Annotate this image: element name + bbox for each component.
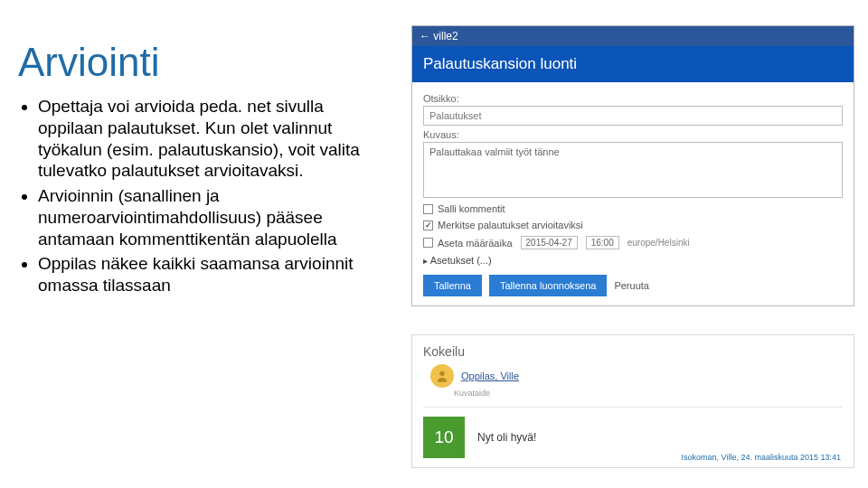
save-draft-button[interactable]: Tallenna luonnoksena <box>489 275 607 296</box>
student-name-link[interactable]: Oppilas, Ville <box>461 371 519 381</box>
cancel-link[interactable]: Peruuta <box>614 280 649 291</box>
desc-label: Kuvaus: <box>423 129 843 140</box>
form-panel: ← ville2 Palautuskansion luonti Otsikko:… <box>411 25 854 306</box>
checkbox-comments[interactable] <box>423 204 433 214</box>
user-icon <box>435 369 449 383</box>
save-button[interactable]: Tallenna <box>423 275 482 296</box>
title-label: Otsikko: <box>423 93 843 104</box>
title-input[interactable] <box>423 106 843 126</box>
checkbox-deadline-label: Aseta määräaika <box>438 238 513 249</box>
back-link[interactable]: ← ville2 <box>412 26 854 46</box>
checkbox-mark-label: Merkitse palautukset arvioitaviksi <box>438 220 583 230</box>
feedback-title: Kokeilu <box>423 344 843 359</box>
deadline-time-input[interactable]: 16:00 <box>586 236 619 249</box>
form-header: Palautuskansion luonti <box>412 46 854 82</box>
slide-title: Arviointi <box>18 40 160 85</box>
feedback-panel: Kokeilu Oppilas, Ville Kuvataide 10 Nyt … <box>411 334 854 468</box>
avatar <box>430 364 454 388</box>
desc-textarea[interactable] <box>423 142 843 198</box>
bullet-item: Oppilas näkee kaikki saamansa arvioinnit… <box>38 253 380 296</box>
feedback-comment: Nyt oli hyvä! <box>477 431 536 444</box>
feedback-meta: Kuvataide <box>454 389 843 398</box>
checkbox-mark-reviewable[interactable] <box>423 221 433 230</box>
timezone-label: europe/Helsinki <box>627 238 690 248</box>
bullet-list: Opettaja voi arvioida peda. net sivulla … <box>18 96 380 300</box>
bullet-item: Arvioinnin (sanallinen ja numeroarvioint… <box>38 185 380 249</box>
svg-point-0 <box>439 371 444 376</box>
bullet-item: Opettaja voi arvioida peda. net sivulla … <box>38 96 380 182</box>
divider <box>423 407 843 408</box>
checkbox-comments-label: Salli kommentit <box>438 203 505 214</box>
checkbox-deadline[interactable] <box>423 238 433 248</box>
settings-disclosure[interactable]: Asetukset (...) <box>423 255 843 266</box>
feedback-signature: Isokoman, Ville, 24. maaliskuuta 2015 13… <box>682 453 841 462</box>
deadline-date-input[interactable]: 2015-04-27 <box>521 236 578 249</box>
grade-badge: 10 <box>423 417 465 458</box>
